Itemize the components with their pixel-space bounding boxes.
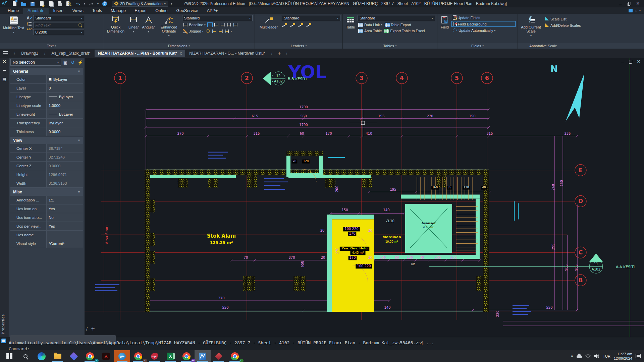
save-button[interactable] (30, 1, 36, 7)
workspace-grid-icon[interactable] (629, 9, 633, 12)
property-value[interactable]: 0.0000 (47, 162, 83, 170)
add-current-scale-button[interactable]: Add Current Scale▾ (520, 15, 542, 39)
property-value[interactable]: 3136.3153 (47, 179, 83, 187)
panel-label-leaders[interactable]: Leaders▾ (255, 43, 342, 49)
enhanced-ordinate-button[interactable]: y=x= Enhanced Ordinate▾ (157, 15, 181, 39)
property-value[interactable]: ByLayer (47, 110, 83, 118)
tab-geoservice[interactable]: GeoService (172, 8, 202, 14)
wifi-icon[interactable] (585, 354, 591, 358)
redo-dropdown-icon[interactable]: ▾ (97, 2, 99, 5)
tab-manage[interactable]: Manage (106, 8, 130, 14)
language-indicator[interactable]: TUR (603, 354, 610, 358)
quick-access-menu-icon[interactable]: ▼ (170, 2, 173, 5)
new-file-button[interactable] (11, 1, 17, 7)
section-general[interactable]: General▼ (10, 68, 83, 75)
taskbar-zwcad[interactable] (195, 350, 211, 362)
properties-panel-icon[interactable]: ▤ (2, 76, 6, 82)
taskbar-chrome-profile-c[interactable]: C (227, 350, 243, 362)
remove-leader-icon[interactable] (290, 23, 295, 27)
close-button[interactable]: ✕ (636, 2, 640, 6)
table-style-select[interactable]: Standard▾ (358, 15, 435, 21)
taskbar-chrome-profile-w[interactable]: W (178, 350, 195, 362)
panel-label-annotative-scale[interactable]: Annotative Scale (518, 43, 644, 49)
property-value[interactable]: 1296.9971 (47, 170, 83, 179)
quick-dimension-button[interactable]: Quick Dimension (105, 15, 126, 34)
taskbar-cupe-app[interactable]: cupe (146, 350, 162, 362)
tab-tools[interactable]: Tools (88, 8, 106, 14)
panel-label-tables[interactable]: Tables▾ (343, 43, 437, 49)
field-button[interactable]: A Field (439, 15, 450, 30)
text-style-select[interactable]: Standard▾ (33, 15, 84, 21)
tab-insert[interactable]: Insert (49, 8, 68, 14)
copy-button[interactable] (48, 1, 54, 7)
taskbar-excel[interactable]: X (162, 350, 178, 362)
multiline-text-button[interactable]: A Multiline Text▾ (2, 15, 25, 35)
property-value[interactable]: 1:1 (47, 196, 83, 204)
onedrive-icon[interactable] (577, 354, 582, 358)
angular-dimension-button[interactable]: Angular▾ (141, 15, 156, 35)
save-as-button[interactable] (39, 1, 45, 7)
dimension-style-select[interactable]: Standard▾ (182, 15, 253, 21)
new-tab-button[interactable]: + (275, 50, 283, 56)
arc-text-icon[interactable]: ABC (26, 28, 32, 33)
selection-filter-select[interactable]: No selection▾ (10, 59, 61, 66)
doc-tabs-menu-icon[interactable] (3, 51, 8, 55)
drawing-minimize-button[interactable] (621, 60, 625, 64)
baseline-dimension-button[interactable]: Baseline▾ (182, 22, 206, 27)
add-delete-scales-button[interactable]: Add/Delete Scales (543, 23, 582, 28)
property-value[interactable]: 327.1246 (47, 153, 83, 161)
properties-tab-label[interactable]: Properties (1, 314, 5, 334)
property-value[interactable]: 0.0000 (47, 127, 83, 136)
doc-tab-statik[interactable]: As_Yapı_Statik_draft* (48, 50, 94, 57)
dimension-space-icon[interactable] (226, 22, 232, 27)
tab-home[interactable]: Home (3, 8, 23, 14)
toggle-pickadd-icon[interactable]: ⚡ (77, 59, 83, 65)
dimension-reassociate-icon[interactable] (233, 22, 238, 27)
panel-label-dimensions[interactable]: Dimensions▾ (103, 43, 255, 49)
preview-button[interactable] (66, 1, 72, 7)
help-icon[interactable] (102, 1, 108, 7)
workspace-selector[interactable]: 2D Drafting & Annotation ▾ (112, 1, 168, 7)
volume-icon[interactable] (594, 354, 599, 358)
panel-label-fields[interactable]: Fields▾ (437, 43, 518, 49)
center-mark-icon[interactable] (205, 29, 211, 34)
tray-expand-icon[interactable]: ∧ (571, 354, 573, 358)
override-icon[interactable] (224, 29, 230, 34)
taskbar-acrobat[interactable]: ⋏ (98, 350, 114, 362)
scale-list-button[interactable]: Scale List (543, 16, 582, 22)
ribbon-collapse-up-icon[interactable]: ▴ (635, 9, 637, 12)
undo-dropdown-icon[interactable]: ▾ (84, 2, 85, 5)
section-misc[interactable]: Misc▼ (10, 188, 83, 196)
close-properties-icon[interactable]: ✕ (2, 59, 7, 64)
area-table-button[interactable]: Area Table (358, 28, 382, 33)
drawing-restore-button[interactable] (629, 60, 633, 64)
jogged-dimension-button[interactable]: Jogged▾ (182, 28, 204, 34)
restore-button[interactable] (627, 2, 631, 6)
close-tab-icon[interactable]: x (180, 51, 182, 56)
tab-online[interactable]: Online (151, 8, 172, 14)
ribbon-collapse-down-icon[interactable]: ▾ (639, 9, 641, 12)
taskbar-dynamics[interactable] (66, 350, 82, 362)
doc-tab-bodrum-kat[interactable]: NİZAR HAYZARAN - ...Plan - Bodrum Kat*x (95, 50, 185, 57)
undo-button[interactable] (75, 1, 81, 7)
command-line[interactable]: Automatically saved to C:\Users\Ahmet\Ap… (0, 337, 644, 350)
multileader-style-select[interactable]: Standard▾ (282, 15, 340, 21)
tab-views[interactable]: Views (68, 8, 88, 14)
property-value[interactable]: *Current* (47, 239, 83, 248)
doc-tab-merdiven-ustu[interactable]: NİZAR HAYZARAN - G... - Merdiven Üstü* (186, 50, 268, 57)
property-value[interactable]: 1.0000 (47, 101, 83, 110)
start-button[interactable] (1, 350, 17, 362)
drawing-canvas[interactable]: 12 A102 B-B KESİTİ 11 A102 A-A KESİTİ (85, 58, 644, 337)
find-text-input[interactable] (35, 23, 78, 27)
dimension-edit-icon[interactable] (207, 22, 213, 27)
taskbar-file-explorer[interactable] (50, 350, 66, 362)
property-value[interactable] (47, 231, 83, 239)
property-value[interactable]: No (47, 213, 83, 222)
tab-app-plus[interactable]: APP+ (203, 8, 222, 14)
numbered-list-icon[interactable]: 12 (26, 22, 32, 26)
print-button[interactable] (57, 1, 63, 7)
property-value[interactable]: Yes (47, 204, 83, 213)
find-text-search-icon[interactable] (78, 23, 82, 27)
property-value[interactable]: 36.7184 (47, 144, 83, 153)
section-view[interactable]: View▼ (10, 137, 83, 144)
